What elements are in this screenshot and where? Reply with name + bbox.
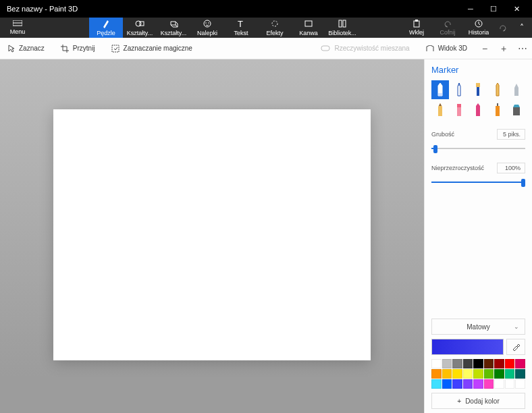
- expand-toolbar-button[interactable]: ˄: [512, 18, 532, 38]
- tool-3d-library[interactable]: Bibliotek...: [325, 18, 359, 38]
- current-color-swatch[interactable]: [431, 339, 504, 355]
- canvas-icon: [304, 19, 313, 28]
- redo-button[interactable]: [494, 18, 512, 38]
- chevron-up-icon: ˄: [520, 23, 524, 32]
- brush-icon: [102, 19, 110, 28]
- pointer-icon: [8, 45, 15, 53]
- canvas-viewport[interactable]: [0, 59, 424, 413]
- palette-swatch[interactable]: [515, 379, 525, 389]
- brush-oil[interactable]: [469, 80, 487, 99]
- minimize-button[interactable]: ─: [459, 0, 482, 18]
- palette-swatch[interactable]: [463, 379, 473, 389]
- brush-pixel[interactable]: [508, 80, 525, 99]
- palette-swatch[interactable]: [431, 369, 442, 379]
- chevron-down-icon: ⌄: [514, 323, 519, 330]
- crop-icon: [61, 45, 69, 53]
- shapes-2d-icon: [135, 19, 144, 28]
- palette-swatch[interactable]: [515, 359, 525, 368]
- palette-swatch[interactable]: [505, 359, 515, 368]
- palette-swatch[interactable]: [473, 369, 483, 379]
- svg-rect-18: [476, 83, 480, 87]
- menu-button[interactable]: Menu: [0, 18, 35, 38]
- svg-rect-12: [414, 21, 419, 27]
- brush-pencil[interactable]: [431, 101, 449, 119]
- brush-marker[interactable]: [431, 80, 449, 99]
- palette-swatch[interactable]: [484, 359, 494, 368]
- palette-swatch[interactable]: [505, 379, 515, 389]
- thickness-label: Grubość: [431, 131, 454, 138]
- effects-icon: [271, 19, 279, 28]
- eyedropper-button[interactable]: [506, 339, 525, 355]
- thickness-slider[interactable]: [431, 144, 525, 153]
- tool-stickers[interactable]: Nalepki: [190, 18, 224, 38]
- view-3d-button[interactable]: Widok 3D: [418, 45, 475, 52]
- palette-swatch[interactable]: [431, 359, 442, 368]
- undo-button[interactable]: Cofnij: [432, 18, 463, 38]
- palette-swatch[interactable]: [484, 369, 494, 379]
- text-icon: T: [237, 19, 245, 28]
- tool-brushes[interactable]: Pędzle: [89, 18, 123, 38]
- work-area: Marker: [0, 59, 532, 413]
- palette-swatch[interactable]: [452, 369, 462, 379]
- svg-point-8: [272, 21, 277, 26]
- palette-swatch[interactable]: [463, 369, 473, 379]
- brush-fill[interactable]: [508, 101, 525, 119]
- palette-swatch[interactable]: [442, 379, 452, 389]
- maximize-button[interactable]: ☐: [482, 0, 505, 18]
- svg-rect-19: [477, 87, 479, 96]
- crop-button[interactable]: Przytnij: [53, 45, 103, 53]
- palette-swatch[interactable]: [505, 369, 515, 379]
- svg-rect-20: [457, 104, 461, 107]
- more-options-button[interactable]: ⋯: [513, 43, 532, 54]
- palette-swatch[interactable]: [442, 359, 452, 368]
- palette-swatch[interactable]: [473, 359, 483, 368]
- svg-rect-23: [497, 103, 498, 106]
- brush-calligraphy[interactable]: [450, 80, 468, 99]
- palette-swatch[interactable]: [452, 379, 462, 389]
- brush-crayon[interactable]: [469, 101, 487, 119]
- paste-button[interactable]: Wklej: [401, 18, 432, 38]
- zoom-out-button[interactable]: −: [475, 43, 494, 54]
- brush-eraser[interactable]: [450, 101, 468, 119]
- close-button[interactable]: ✕: [505, 0, 528, 18]
- palette-swatch[interactable]: [473, 379, 483, 389]
- palette-swatch[interactable]: [494, 379, 504, 389]
- thickness-value[interactable]: 5 piks.: [497, 129, 525, 140]
- svg-rect-17: [438, 93, 442, 96]
- history-button[interactable]: Historia: [463, 18, 494, 38]
- library-icon: [338, 19, 346, 28]
- magic-select-button[interactable]: Zaznaczanie magiczne: [103, 45, 201, 53]
- material-dropdown[interactable]: Matowy ⌄: [431, 319, 525, 335]
- palette-swatch[interactable]: [484, 379, 494, 389]
- opacity-value[interactable]: 100%: [497, 163, 525, 173]
- add-color-button[interactable]: + Dodaj kolor: [431, 393, 525, 409]
- redo-icon: [499, 24, 507, 32]
- opacity-slider[interactable]: [431, 177, 525, 187]
- palette-swatch[interactable]: [442, 369, 452, 379]
- tool-3d-shapes[interactable]: Kształty...: [157, 18, 190, 38]
- brush-watercolor[interactable]: [489, 80, 506, 99]
- palette-swatch[interactable]: [494, 369, 504, 379]
- selection-toolbar: Zaznacz Przytnij Zaznaczanie magiczne Rz…: [0, 38, 532, 59]
- palette-swatch[interactable]: [463, 359, 473, 368]
- select-button[interactable]: Zaznacz: [0, 45, 53, 53]
- mixed-reality-button: Rzeczywistość mieszana: [313, 45, 417, 52]
- svg-rect-9: [305, 21, 312, 26]
- color-palette: [431, 359, 525, 389]
- svg-point-6: [208, 22, 209, 24]
- brush-name-heading: Marker: [431, 65, 525, 75]
- thickness-control: Grubość 5 piks.: [431, 129, 525, 153]
- sticker-icon: [203, 19, 211, 28]
- palette-swatch[interactable]: [431, 379, 442, 389]
- palette-swatch[interactable]: [494, 359, 504, 368]
- tool-canvas[interactable]: Kanwa: [292, 18, 325, 38]
- tool-text[interactable]: T Tekst: [224, 18, 258, 38]
- tool-effects[interactable]: Efekty: [258, 18, 292, 38]
- canvas[interactable]: [53, 109, 371, 360]
- palette-swatch[interactable]: [452, 359, 462, 368]
- brush-spray[interactable]: [489, 101, 506, 119]
- zoom-in-button[interactable]: +: [494, 43, 513, 54]
- tool-2d-shapes[interactable]: Kształty...: [123, 18, 157, 38]
- svg-rect-22: [496, 106, 500, 116]
- palette-swatch[interactable]: [515, 369, 525, 379]
